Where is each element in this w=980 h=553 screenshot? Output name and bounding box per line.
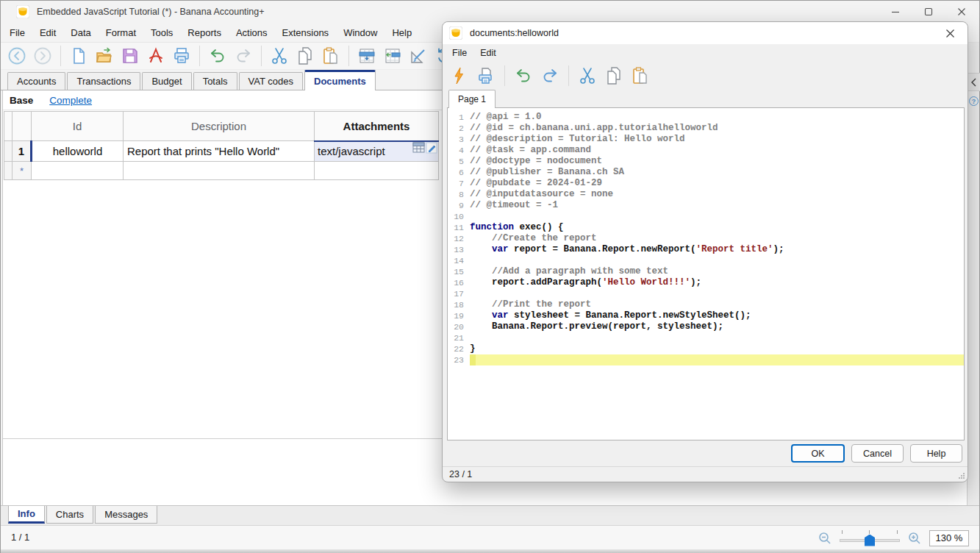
code-line-1[interactable]: 1// @api = 1.0 [448,112,964,123]
run-script-icon[interactable] [449,65,470,86]
code-line-18[interactable]: 18 //Print the report [448,299,964,310]
menu-window[interactable]: Window [336,24,385,41]
column-header-attachments[interactable]: Attachments [315,112,439,141]
cut-icon[interactable] [269,46,290,66]
bottom-tab-messages[interactable]: Messages [95,506,157,524]
close-button[interactable] [945,1,978,22]
code-line-9[interactable]: 9// @timeout = -1 [448,200,964,211]
code-line-23[interactable]: 23 [448,354,964,365]
code-line-17[interactable]: 17 [448,288,964,299]
zoom-slider-thumb[interactable] [865,535,875,546]
tab-budget[interactable]: Budget [142,72,191,90]
new-row-marker[interactable]: * [12,162,32,180]
code-line-19[interactable]: 19 var stylesheet = Banana.Report.newSty… [448,310,964,321]
code-line-16[interactable]: 16 report.addParagraph('Hello World!!!')… [448,277,964,288]
undo-icon[interactable] [207,46,228,66]
dialog-menu-edit[interactable]: Edit [473,46,503,60]
code-line-13[interactable]: 13 var report = Banana.Report.newReport(… [448,244,964,255]
forward-icon[interactable] [32,46,53,66]
tab-totals[interactable]: Totals [193,72,237,90]
bottom-tab-info[interactable]: Info [8,506,45,524]
empty-cell[interactable] [315,162,439,180]
insert-rows-icon[interactable] [357,46,377,66]
view-complete-link[interactable]: Complete [49,95,92,106]
code-line-20[interactable]: 20 Banana.Report.preview(report, stylesh… [448,321,964,332]
tab-documents[interactable]: Documents [304,70,376,90]
print-preview-icon[interactable] [476,65,496,86]
resize-grip[interactable] [958,472,965,479]
zoom-out-icon[interactable] [818,531,832,546]
page-tab[interactable]: Page 1 [448,90,496,108]
new-file-icon[interactable] [68,46,89,66]
column-header-description[interactable]: Description [124,112,315,141]
menu-actions[interactable]: Actions [229,24,275,41]
code-line-5[interactable]: 5// @doctype = nodocument [448,156,964,167]
zoom-slider[interactable] [840,530,900,546]
code-line-11[interactable]: 11function exec() { [448,222,964,233]
tab-transactions[interactable]: Transactions [67,72,140,90]
menu-extensions[interactable]: Extensions [275,24,337,41]
insert-columns-icon[interactable] [382,46,403,66]
code-editor[interactable]: 1// @api = 1.02// @id = ch.banana.uni.ap… [447,107,965,440]
panel-help-button[interactable]: ? [968,92,980,110]
column-header-id[interactable]: Id [32,112,124,141]
print-icon[interactable] [171,46,192,66]
dialog-buttons: OK Cancel Help [791,444,962,463]
page-setup-icon[interactable] [408,46,429,66]
dialog-close-icon[interactable] [938,24,962,42]
save-icon[interactable] [120,46,140,66]
code-line-15[interactable]: 15 //Add a paragraph with some text [448,266,964,277]
ok-button[interactable]: OK [791,444,845,463]
code-line-7[interactable]: 7// @pubdate = 2024-01-29 [448,178,964,189]
tab-vat-codes[interactable]: VAT codes [239,72,303,90]
menu-reports[interactable]: Reports [180,24,229,41]
attachment-table-icon[interactable] [412,142,425,153]
maximize-button[interactable] [912,1,945,22]
code-line-3[interactable]: 3// @description = Tutorial: Hello world [448,134,964,145]
tab-accounts[interactable]: Accounts [7,72,65,90]
redo-icon[interactable] [540,65,560,86]
zoom-in-icon[interactable] [907,531,922,546]
menu-data[interactable]: Data [63,24,98,41]
view-base-label[interactable]: Base [10,95,33,106]
code-line-2[interactable]: 2// @id = ch.banana.uni.app.tutorialhell… [448,123,964,134]
row-number-cell[interactable]: 1 [12,141,32,162]
back-icon[interactable] [7,46,27,66]
redo-icon[interactable] [233,46,254,66]
cut-icon[interactable] [577,65,598,86]
undo-icon[interactable] [513,65,534,86]
empty-cell[interactable] [32,162,124,180]
cancel-button[interactable]: Cancel [851,444,904,463]
bottom-tab-charts[interactable]: Charts [46,506,93,524]
paste-icon[interactable] [321,46,341,66]
menu-file[interactable]: File [2,24,32,41]
cell-description[interactable]: Report that prints "Hello World" [124,141,315,162]
code-line-21[interactable]: 21 [448,332,964,343]
code-line-8[interactable]: 8// @inputdatasource = none [448,189,964,200]
code-line-4[interactable]: 4// @task = app.command [448,145,964,156]
open-file-icon[interactable] [94,46,115,66]
dialog-menu-file[interactable]: File [446,46,473,60]
code-line-14[interactable]: 14 [448,255,964,266]
copy-icon[interactable] [604,65,624,86]
empty-cell[interactable] [124,162,315,180]
code-line-12[interactable]: 12 //Create the report [448,233,964,244]
help-button[interactable]: Help [910,444,962,463]
pdf-export-icon[interactable] [146,46,166,66]
code-line-22[interactable]: 22} [448,343,964,354]
cell-attachments[interactable]: text/javascript [315,141,439,162]
panel-collapse-button[interactable] [968,73,980,91]
zoom-level-box[interactable]: 130 % [929,530,969,546]
attachment-edit-icon[interactable] [426,142,437,154]
cell-id[interactable]: helloworld [32,141,124,162]
code-text: // @inputdatasource = none [470,189,964,200]
menu-help[interactable]: Help [385,24,419,41]
menu-format[interactable]: Format [99,24,143,41]
code-line-10[interactable]: 10 [448,211,964,222]
paste-icon[interactable] [630,65,651,86]
code-line-6[interactable]: 6// @publisher = Banana.ch SA [448,167,964,178]
menu-tools[interactable]: Tools [143,24,180,41]
minimize-button[interactable] [879,1,912,22]
copy-icon[interactable] [295,46,315,66]
menu-edit[interactable]: Edit [32,24,63,41]
